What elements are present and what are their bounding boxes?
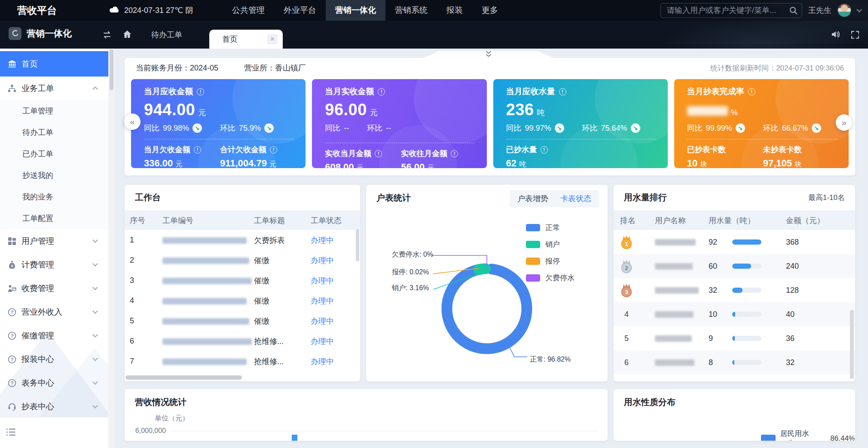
info-icon[interactable]: ! <box>748 88 755 95</box>
table-row[interactable]: 41040 <box>614 302 855 326</box>
sidebar-item-installation-center[interactable]: ?报装中心 <box>0 347 108 371</box>
home-icon[interactable] <box>122 30 132 41</box>
order-status-link[interactable]: 办理中 <box>311 235 360 245</box>
user-name-redacted <box>655 358 709 367</box>
info-icon[interactable]: ! <box>541 146 548 153</box>
vertical-scrollbar-thumb[interactable] <box>850 310 854 379</box>
order-status-link[interactable]: 办理中 <box>311 316 360 326</box>
table-row[interactable]: 6抢维修...办理中 <box>125 331 360 351</box>
table-row[interactable]: 1欠费拆表办理中 <box>125 230 360 250</box>
donut-slice-closed[interactable] <box>479 269 486 270</box>
gridline <box>169 431 598 431</box>
pie-legend-item[interactable]: 居民用水（生... 86.44% <box>761 429 855 441</box>
vertical-scrollbar-thumb[interactable] <box>356 229 359 261</box>
nav-item-marketing-integration[interactable]: 营销一体化 <box>326 0 385 21</box>
table-row[interactable]: 2催缴办理中 <box>125 250 360 270</box>
info-icon[interactable]: ! <box>375 150 382 157</box>
donut-slice-normal[interactable] <box>447 269 527 349</box>
sidebar-item-meter-reading-center[interactable]: 抄表中心 <box>0 395 108 418</box>
sidebar-item-non-operating-income[interactable]: ?营业外收入 <box>0 300 108 324</box>
chevron-down-icon[interactable] <box>856 7 862 12</box>
info-icon[interactable]: ! <box>270 146 277 153</box>
order-no-redacted <box>162 357 254 366</box>
info-icon[interactable]: ! <box>451 150 458 157</box>
sidebar-item-work-orders[interactable]: 业务工单 <box>0 77 108 100</box>
table-row[interactable]: 7抢维修...办理中 <box>125 351 360 371</box>
close-icon[interactable]: × <box>267 34 278 44</box>
usage-bar-track <box>732 288 761 293</box>
table-row[interactable]: 4催缴办理中 <box>125 291 360 311</box>
carousel-next-button[interactable]: » <box>836 114 852 131</box>
nav-item-more[interactable]: 更多 <box>472 0 507 21</box>
sidebar-item-meter-center[interactable]: ?表务中心 <box>0 371 108 395</box>
sidebar-scrollbar[interactable] <box>108 49 115 448</box>
table-row[interactable]: 260240 <box>614 254 855 278</box>
order-status-link[interactable]: 办理中 <box>311 276 360 286</box>
order-status-link[interactable]: 办理中 <box>311 356 360 367</box>
sidebar-item-home[interactable]: 首页 <box>0 51 108 77</box>
kpi-title: 当月应收水量 <box>506 86 555 97</box>
sidebar-subitem-order-mgmt[interactable]: 工单管理 <box>0 100 108 122</box>
sidebar-subitem-todo-orders[interactable]: 待办工单 <box>0 122 108 143</box>
table-row[interactable]: 5936 <box>614 326 855 350</box>
meter-status-donut-chart <box>366 185 608 381</box>
sidebar-item-label: 表务中心 <box>21 377 54 389</box>
table-row[interactable]: 5催缴办理中 <box>125 311 360 331</box>
search-input[interactable] <box>660 3 802 18</box>
order-status-link[interactable]: 办理中 <box>311 255 360 266</box>
order-status-link[interactable]: 办理中 <box>311 296 360 306</box>
tab-home[interactable]: 首页 × <box>209 30 283 49</box>
sidebar-item-charging-mgmt[interactable]: 收费管理 <box>0 276 108 300</box>
usage-bar-fill <box>732 264 751 269</box>
sidebar-subitem-my-business[interactable]: 我的业务 <box>0 186 108 208</box>
bar-chart-bar[interactable] <box>292 435 297 441</box>
horizontal-scrollbar-thumb[interactable] <box>125 375 242 380</box>
sidebar-subitem-cc-to-me[interactable]: 抄送我的 <box>0 165 108 186</box>
nav-item-marketing-system[interactable]: 营销系统 <box>385 0 437 21</box>
nav-item-installation[interactable]: 报装 <box>437 0 472 21</box>
table-row[interactable]: 7 <box>614 374 855 381</box>
sidebar-item-user-mgmt[interactable]: 用户管理 <box>0 229 108 253</box>
panel-title: 用水量排行 最高1-10名 <box>614 185 855 211</box>
info-icon[interactable]: ! <box>194 146 201 153</box>
table-row[interactable]: 3催缴办理中 <box>125 270 360 291</box>
sidebar-item-collection-mgmt[interactable]: ?催缴管理 <box>0 324 108 347</box>
search-icon[interactable] <box>789 6 798 17</box>
collapse-stats-button[interactable] <box>422 51 555 58</box>
sidebar-item-billing-mgmt[interactable]: $计费管理 <box>0 253 108 276</box>
nav-item-public-mgmt[interactable]: 公共管理 <box>223 0 274 21</box>
sidebar-subitem-order-config[interactable]: 工单配置 <box>0 208 108 229</box>
user-name[interactable]: 王先生 <box>808 5 831 15</box>
menu-list-icon[interactable] <box>6 428 16 438</box>
sidebar-subitem-done-orders[interactable]: 已办工单 <box>0 143 108 165</box>
global-search <box>660 3 802 18</box>
divider <box>687 139 837 139</box>
scrollbar-thumb[interactable] <box>110 49 113 90</box>
info-icon[interactable]: ! <box>197 88 204 95</box>
module-logo-icon <box>9 27 21 40</box>
table-row[interactable]: 192368 <box>614 230 855 254</box>
kpi-title: 当月抄表完成率 <box>687 86 744 97</box>
fullscreen-icon[interactable] <box>851 31 859 41</box>
kpi-substat: 当月欠收金额! 336.00 元 <box>144 144 220 168</box>
column-header: 用水量（吨） <box>709 215 786 226</box>
table-row[interactable]: 332128 <box>614 278 855 302</box>
info-icon[interactable]: ! <box>378 88 385 95</box>
amount-value: 240 <box>786 262 799 271</box>
table-row[interactable]: 6832 <box>614 350 855 374</box>
avatar[interactable] <box>837 3 851 17</box>
order-status-link[interactable]: 办理中 <box>311 336 360 347</box>
svg-text:2: 2 <box>625 265 628 271</box>
sidebar-item-label: 催缴管理 <box>21 330 54 341</box>
overview-header: 当前账务月份： 2024-05 营业所： 香山镇厂 统计数据刷新时间：2024-… <box>125 58 855 78</box>
chevron-up-icon <box>92 86 98 92</box>
sidebar-menu: 首页业务工单工单管理待办工单已办工单抄送我的我的业务工单配置用户管理$计费管理收… <box>0 49 108 418</box>
speaker-icon[interactable] <box>831 30 840 40</box>
trend-down-icon: ↘ <box>193 123 202 133</box>
info-icon[interactable]: ! <box>559 88 566 95</box>
question-icon: ? <box>7 354 17 365</box>
carousel-prev-button[interactable]: « <box>124 114 141 130</box>
nav-item-field-platform[interactable]: 外业平台 <box>274 0 326 21</box>
switch-module-icon[interactable] <box>102 31 112 41</box>
tab-todo-orders[interactable]: 待办工单 <box>151 21 182 49</box>
